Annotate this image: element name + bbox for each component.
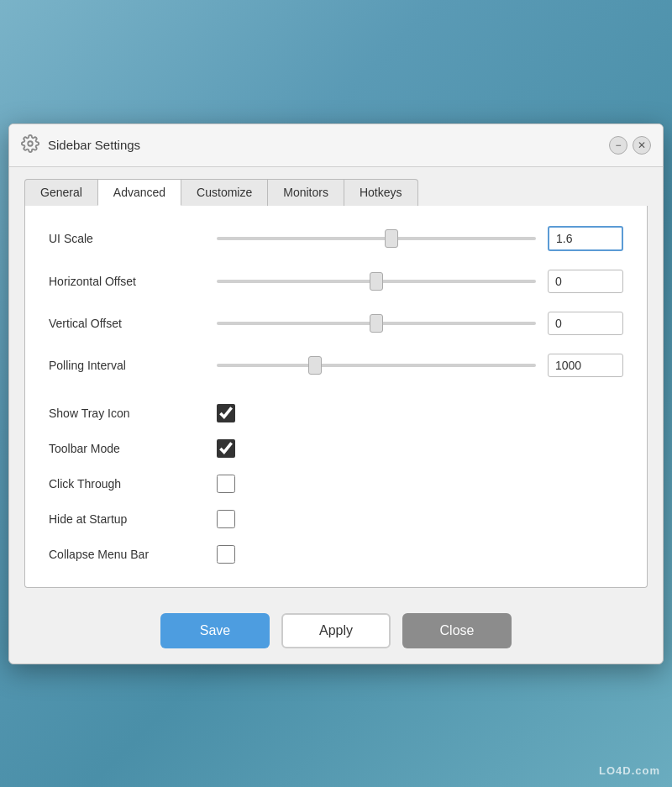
toolbar-mode-wrapper xyxy=(217,439,235,458)
vertical-offset-label: Vertical Offset xyxy=(49,317,217,330)
show-tray-icon-label: Show Tray Icon xyxy=(49,407,217,420)
show-tray-icon-checkbox[interactable] xyxy=(217,404,235,422)
collapse-menu-bar-row: Collapse Menu Bar xyxy=(49,545,623,564)
ui-scale-label: UI Scale xyxy=(49,232,217,245)
tab-monitors[interactable]: Monitors xyxy=(267,179,344,206)
toolbar-mode-label: Toolbar Mode xyxy=(49,442,217,455)
click-through-row: Click Through xyxy=(49,475,623,493)
save-button[interactable]: Save xyxy=(160,613,270,648)
click-through-checkbox[interactable] xyxy=(217,475,235,493)
minimize-button[interactable]: − xyxy=(609,136,627,155)
vertical-offset-input[interactable] xyxy=(548,312,623,335)
ui-scale-input[interactable] xyxy=(548,226,623,251)
ui-scale-slider-container xyxy=(217,237,536,240)
gear-icon xyxy=(21,134,39,156)
hide-at-startup-checkbox[interactable] xyxy=(217,510,235,528)
hide-at-startup-wrapper xyxy=(217,510,235,528)
polling-interval-label: Polling Interval xyxy=(49,359,217,372)
svg-point-0 xyxy=(28,141,33,146)
content-panel: UI Scale Horizontal Offset Vertical Offs… xyxy=(24,206,648,588)
tab-hotkeys[interactable]: Hotkeys xyxy=(344,179,418,206)
click-through-label: Click Through xyxy=(49,477,217,491)
polling-interval-input[interactable] xyxy=(548,354,623,377)
hide-at-startup-row: Hide at Startup xyxy=(49,510,623,528)
close-button[interactable]: ✕ xyxy=(633,136,651,155)
collapse-menu-bar-wrapper xyxy=(217,545,235,564)
collapse-menu-bar-checkbox[interactable] xyxy=(217,545,235,564)
horizontal-offset-slider-container xyxy=(217,280,536,283)
vertical-offset-row: Vertical Offset xyxy=(49,312,623,335)
ui-scale-slider[interactable] xyxy=(217,237,536,240)
show-tray-icon-wrapper xyxy=(217,404,235,422)
title-bar: Sidebar Settings − ✕ xyxy=(9,124,663,167)
collapse-menu-bar-label: Collapse Menu Bar xyxy=(49,548,217,561)
horizontal-offset-input[interactable] xyxy=(548,270,623,293)
horizontal-offset-row: Horizontal Offset xyxy=(49,270,623,293)
tab-advanced[interactable]: Advanced xyxy=(97,179,181,206)
show-tray-icon-row: Show Tray Icon xyxy=(49,404,623,422)
window-title: Sidebar Settings xyxy=(48,138,140,152)
tabs-bar: General Advanced Customize Monitors Hotk… xyxy=(9,167,663,206)
footer-buttons: Save Apply Close xyxy=(9,600,663,664)
click-through-wrapper xyxy=(217,475,235,493)
polling-interval-slider-container xyxy=(217,364,536,367)
apply-button[interactable]: Apply xyxy=(281,613,391,648)
vertical-offset-slider[interactable] xyxy=(217,322,536,325)
polling-interval-row: Polling Interval xyxy=(49,354,623,377)
tab-customize[interactable]: Customize xyxy=(181,179,268,206)
toolbar-mode-checkbox[interactable] xyxy=(217,439,235,458)
toolbar-mode-row: Toolbar Mode xyxy=(49,439,623,458)
settings-window: Sidebar Settings − ✕ General Advanced Cu… xyxy=(8,123,664,664)
horizontal-offset-slider[interactable] xyxy=(217,280,536,283)
section-divider xyxy=(49,396,623,404)
watermark: LO4D.com xyxy=(599,764,660,777)
title-bar-controls: − ✕ xyxy=(609,136,651,155)
ui-scale-row: UI Scale xyxy=(49,226,623,251)
polling-interval-slider[interactable] xyxy=(217,364,536,367)
hide-at-startup-label: Hide at Startup xyxy=(49,512,217,526)
horizontal-offset-label: Horizontal Offset xyxy=(49,275,217,288)
close-dialog-button[interactable]: Close xyxy=(402,613,512,648)
tab-general[interactable]: General xyxy=(24,179,98,206)
vertical-offset-slider-container xyxy=(217,322,536,325)
title-bar-left: Sidebar Settings xyxy=(21,134,140,156)
